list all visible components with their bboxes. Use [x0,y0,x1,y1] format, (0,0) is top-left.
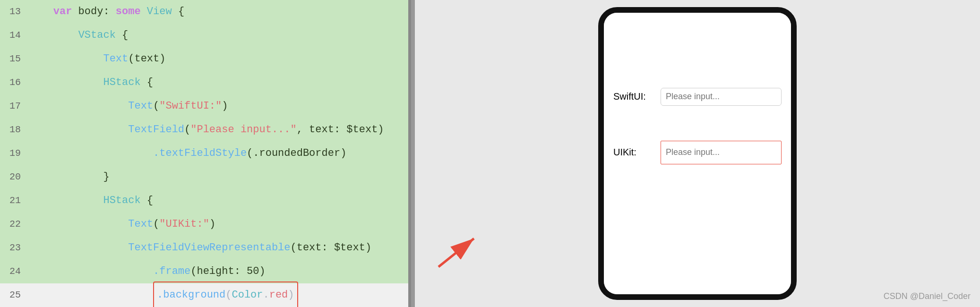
code-token: ( [153,100,159,112]
code-token: HStack [103,77,140,88]
line-number: 16 [0,71,28,94]
code-token [28,289,153,301]
code-token: (height: 50) [190,265,265,277]
code-token: HStack [103,195,140,206]
phone-mockup: SwiftUI: UIKit: [598,7,797,300]
code-token: "SwiftUI:" [159,100,222,112]
code-token: , text: $text) [297,124,384,136]
line-content: .background(Color.red) [28,281,411,307]
code-line-24: 24 .frame(height: 50) [0,260,411,283]
code-token: TextField [128,124,184,136]
line-number: 24 [0,260,28,283]
code-token: "Please input..." [190,124,296,136]
line-content: HStack { [28,189,411,213]
line-number: 22 [0,213,28,236]
line-number: 18 [0,118,28,142]
code-token [28,29,78,41]
line-content: TextField("Please input...", text: $text… [28,118,411,142]
line-content: HStack { [28,71,411,94]
code-token: (text: $text) [291,242,372,254]
code-token: Text [103,53,128,65]
swiftui-label: SwiftUI: [613,91,661,102]
phone-screen: SwiftUI: UIKit: [604,13,791,294]
line-number: 15 [0,47,28,71]
code-token: ( [153,218,159,230]
code-token: } [28,171,110,183]
code-token [28,124,128,136]
code-token: ) [222,100,228,112]
line-content: .frame(height: 50) [28,260,411,283]
svg-line-1 [438,239,474,267]
code-token: { [178,6,184,17]
arrow-annotation [429,229,486,279]
code-line-22: 22 Text("UIKit:") [0,213,411,236]
code-token: ) [209,218,215,230]
highlighted-token: .background(Color.red) [153,281,298,307]
code-editor: 13 var body: some View {14 VStack {15 Te… [0,0,411,307]
line-number: 20 [0,165,28,189]
line-content: VStack { [28,24,411,47]
code-line-23: 23 TextFieldViewRepresentable(text: $tex… [0,236,411,260]
code-token: { [116,29,128,41]
preview-panel: SwiftUI: UIKit: CSDN @Daniel_Coder [415,0,980,307]
code-line-13: 13 var body: some View { [0,0,411,24]
line-number: 23 [0,236,28,260]
code-token: { [141,195,153,206]
code-token [28,218,128,230]
code-line-14: 14 VStack { [0,24,411,47]
code-token: Text [128,218,153,230]
code-token [28,147,153,159]
code-token: ( [184,124,190,136]
code-token [28,100,128,112]
code-token: (.roundedBorder) [247,147,346,159]
uikit-input[interactable] [661,141,782,164]
code-token [28,195,103,206]
watermark: CSDN @Daniel_Coder [884,291,971,301]
line-content: Text("SwiftUI:") [28,94,411,118]
panel-divider [411,0,415,307]
line-number: 14 [0,24,28,47]
code-token: VStack [78,29,116,41]
code-token: some [116,6,141,17]
uikit-label: UIKit: [613,147,661,158]
code-token [28,77,103,88]
code-line-21: 21 HStack { [0,189,411,213]
code-token: (text) [128,53,165,65]
code-token: .textFieldStyle [153,147,247,159]
line-content: .textFieldStyle(.roundedBorder) [28,142,411,165]
code-token: : [103,6,115,17]
code-line-17: 17 Text("SwiftUI:") [0,94,411,118]
line-content: TextFieldViewRepresentable(text: $text) [28,236,411,260]
line-content: var body: some View { [28,0,411,24]
line-content: Text("UIKit:") [28,213,411,236]
code-token [28,242,128,254]
code-line-18: 18 TextField("Please input...", text: $t… [0,118,411,142]
swiftui-input[interactable] [661,88,782,106]
line-content: } [28,165,411,189]
code-token [28,6,53,17]
code-line-16: 16 HStack { [0,71,411,94]
uikit-row: UIKit: [604,135,791,170]
line-number: 17 [0,94,28,118]
line-number: 25 [0,283,28,307]
code-line-15: 15 Text(text) [0,47,411,71]
line-number: 19 [0,142,28,165]
line-content: Text(text) [28,47,411,71]
code-token: Text [128,100,153,112]
line-number: 21 [0,189,28,213]
code-token: { [141,77,153,88]
code-token: "UIKit:" [159,218,209,230]
code-line-20: 20 } [0,165,411,189]
code-line-19: 19 .textFieldStyle(.roundedBorder) [0,142,411,165]
swiftui-row: SwiftUI: [604,82,791,111]
code-token: var [53,6,72,17]
code-token: View [141,6,178,17]
code-token [28,53,103,65]
code-token: TextFieldViewRepresentable [128,242,290,254]
code-token [28,265,153,277]
line-number: 13 [0,0,28,24]
code-line-25: 25 .background(Color.red) [0,283,411,307]
code-token: body [72,6,103,17]
code-token: .frame [153,265,190,277]
